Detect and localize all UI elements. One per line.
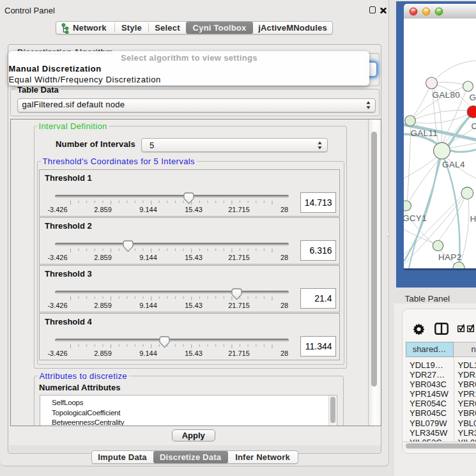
svg-text:GCY1: GCY1 [404,213,427,223]
svg-text:GAL11: GAL11 [410,128,438,138]
svg-text:C: C [471,121,476,131]
svg-text:GA: GA [469,93,476,102]
svg-text:GAL4: GAL4 [442,160,465,169]
svg-text:H: H [470,214,476,224]
svg-text:HAP2: HAP2 [438,252,461,262]
svg-text:GAL80: GAL80 [432,90,460,100]
